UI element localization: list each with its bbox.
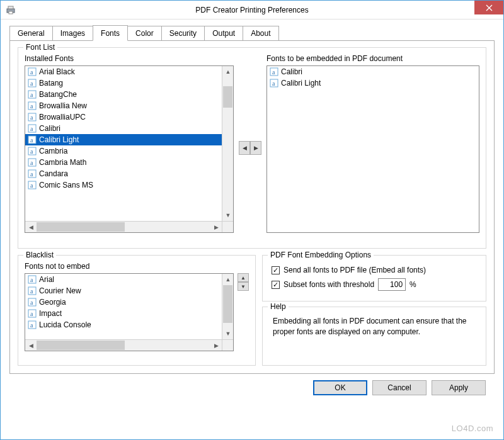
svg-text:a: a [30,182,33,189]
font-name: Calibri Light [281,79,321,87]
list-item[interactable]: aImpact [25,308,222,319]
fieldset-embed-options: PDF Font Embedding Options ✓ Send all fo… [262,255,486,302]
move-up-button[interactable]: ▲ [238,273,249,282]
tab-output[interactable]: Output [204,26,243,41]
titlebar: PDF Creator Printing Preferences [1,1,503,20]
move-right-button[interactable]: ▶ [250,141,261,155]
send-all-checkbox-row: ✓ Send all fonts to PDF file (Embed all … [272,266,477,274]
tab-images[interactable]: Images [52,26,93,41]
tab-about[interactable]: About [243,26,278,41]
svg-text:a: a [30,276,33,283]
font-name: Browallia New [39,101,87,110]
scroll-thumb[interactable] [223,86,232,108]
scroll-thumb[interactable] [37,341,125,350]
list-item[interactable]: aBatang [25,77,222,89]
list-item[interactable]: aCalibri [25,123,222,134]
scroll-left-icon[interactable]: ◀ [25,222,37,233]
font-name: Lucida Console [39,320,91,329]
scroll-right-icon[interactable]: ▶ [210,340,222,351]
font-icon: a [28,101,37,110]
tab-security[interactable]: Security [161,26,205,41]
list-item[interactable]: aCandara [25,168,222,179]
list-item[interactable]: aCalibri Light [267,77,479,89]
font-name: Courier New [39,286,81,295]
scroll-thumb[interactable] [37,222,125,232]
svg-text:a: a [30,148,33,155]
svg-text:a: a [30,103,33,110]
font-icon: a [28,286,37,295]
font-icon: a [28,79,37,87]
font-name: Cambria Math [39,158,86,167]
horizontal-scrollbar[interactable]: ◀ ▶ [25,339,222,351]
legend-font-list: Font List [23,43,57,52]
svg-text:a: a [30,91,33,98]
scroll-down-icon[interactable]: ▼ [222,210,234,221]
list-item[interactable]: aGeorgia [25,296,222,308]
send-all-checkbox[interactable]: ✓ [272,266,280,274]
font-name: Calibri [39,124,60,133]
blacklist-listbox[interactable]: aArialaCourier NewaGeorgiaaImpactaLucida… [25,273,234,351]
move-down-button[interactable]: ▼ [238,282,249,291]
scroll-right-icon[interactable]: ▶ [210,222,222,233]
list-item[interactable]: aCalibri Light [25,134,222,145]
scroll-thumb[interactable] [223,285,232,323]
window: PDF Creator Printing Preferences General… [0,0,504,440]
font-icon: a [28,169,37,178]
scroll-corner [222,221,233,232]
font-name: Candara [39,169,68,178]
embedded-label: Fonts to be embedded in PDF document [266,54,479,63]
list-item[interactable]: aArial [25,274,222,285]
list-item[interactable]: aCalibri [267,66,479,77]
font-icon: a [28,67,37,76]
list-item[interactable]: aBrowallia New [25,100,222,111]
svg-rect-1 [8,6,13,9]
scroll-up-icon[interactable]: ▲ [222,66,234,77]
cancel-button[interactable]: Cancel [372,380,427,395]
font-icon: a [28,124,37,133]
list-item[interactable]: aBatangChe [25,89,222,100]
svg-text:a: a [30,310,33,317]
close-button[interactable] [474,1,503,14]
list-item[interactable]: aCambria Math [25,157,222,168]
tab-general[interactable]: General [9,26,53,41]
threshold-input[interactable]: 100 [378,278,406,291]
embedded-listbox[interactable]: aCalibriaCalibri Light [266,65,479,233]
vertical-scrollbar[interactable]: ▲ ▼ [222,66,233,221]
ok-button[interactable]: OK [313,380,367,395]
horizontal-scrollbar[interactable]: ◀ ▶ [25,221,222,232]
svg-text:a: a [30,322,33,329]
send-all-label: Send all fonts to PDF file (Embed all fo… [284,266,426,274]
list-item[interactable]: aLucida Console [25,319,222,330]
font-name: BrowalliaUPC [39,113,86,121]
font-name: Cambria [39,147,67,155]
list-item[interactable]: aBrowalliaUPC [25,111,222,123]
list-item[interactable]: aCambria [25,145,222,157]
font-icon: a [28,135,37,144]
font-name: Arial Black [39,67,75,76]
svg-text:a: a [30,159,33,166]
svg-text:a: a [30,137,33,144]
scroll-left-icon[interactable]: ◀ [25,340,37,351]
font-name: Impact [39,309,62,318]
vertical-scrollbar[interactable]: ▲ ▼ [222,274,233,339]
svg-text:a: a [30,288,33,295]
font-icon: a [28,147,37,155]
font-name: BatangChe [39,90,77,99]
tab-fonts[interactable]: Fonts [93,25,128,41]
scroll-up-icon[interactable]: ▲ [222,274,234,285]
font-name: Arial [39,275,54,284]
subset-checkbox[interactable]: ✓ [272,281,280,289]
tab-color[interactable]: Color [127,26,162,41]
apply-button[interactable]: Apply [432,380,486,395]
scroll-down-icon[interactable]: ▼ [222,328,234,339]
installed-listbox[interactable]: aArial BlackaBatangaBatangCheaBrowallia … [25,65,234,233]
svg-text:a: a [30,299,33,306]
subset-label: Subset fonts with threshold [284,280,374,289]
move-left-button[interactable]: ◀ [239,141,250,155]
watermark: LO4D.com [452,424,493,433]
window-title: PDF Creator Printing Preferences [195,6,308,14]
list-item[interactable]: aComic Sans MS [25,179,222,191]
list-item[interactable]: aCourier New [25,285,222,296]
list-item[interactable]: aArial Black [25,66,222,77]
font-icon: a [270,79,278,87]
